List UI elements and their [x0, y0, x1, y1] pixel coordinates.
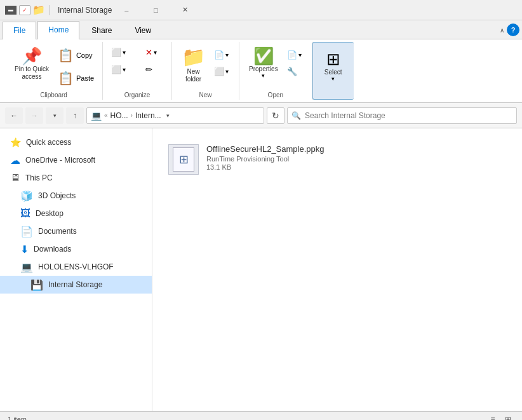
ribbon-content: 📌 Pin to Quick access 📋 Copy 📋 Paste Cli…: [0, 39, 522, 103]
file-pane: ⊞ OfflineSecureHL2_Sample.ppkg RunTime P…: [152, 128, 522, 411]
delete-icon: ✕: [145, 48, 152, 57]
back-button[interactable]: ←: [5, 107, 23, 124]
pin-icon: 📌: [22, 48, 42, 64]
close-button[interactable]: ✕: [170, 0, 199, 20]
internal-storage-icon: 💾: [30, 279, 43, 291]
ribbon-collapse-icon[interactable]: ∧: [500, 27, 504, 34]
help-button[interactable]: ?: [507, 24, 519, 36]
properties-button[interactable]: ✅ Properties ▾: [244, 44, 283, 82]
history-icon: 🔧: [287, 67, 297, 76]
nav-item-documents[interactable]: 📄 Documents: [0, 222, 152, 240]
delete-button[interactable]: ✕ ▾: [142, 44, 166, 60]
ppkg-file-icon: ⊞: [168, 144, 199, 175]
maximize-button[interactable]: □: [141, 0, 170, 20]
downloads-icon: ⬇: [20, 243, 29, 255]
tab-share[interactable]: Share: [81, 22, 123, 39]
select-items: ⊞ Select ▾: [318, 45, 349, 88]
path-dropdown-arrow[interactable]: ▾: [166, 112, 170, 119]
ribbon-tabs: File Home Share View ∧ ?: [0, 20, 522, 39]
nav-item-quick-access[interactable]: ⭐ Quick access: [0, 133, 152, 151]
open-label: Open: [268, 91, 283, 100]
onedrive-label: OneDrive - Microsoft: [25, 156, 95, 165]
nav-pane: ⭐ Quick access ☁ OneDrive - Microsoft 🖥 …: [0, 128, 152, 411]
onedrive-icon: ☁: [10, 154, 20, 166]
select-arrow: ▾: [331, 76, 335, 82]
address-path[interactable]: 💻 « HO... › Intern... ▾: [86, 107, 264, 124]
clipboard-group: 📌 Pin to Quick access 📋 Copy 📋 Paste Cli…: [5, 42, 103, 100]
content-area: ⭐ Quick access ☁ OneDrive - Microsoft 🖥 …: [0, 128, 522, 411]
search-box[interactable]: 🔍: [287, 107, 517, 124]
clipboard-label: Clipboard: [40, 91, 67, 100]
organize-group: ⬜ ▾ ✕ ▾ ⬜ ▾ ✏: [103, 42, 172, 100]
nav-item-downloads[interactable]: ⬇ Downloads: [0, 240, 152, 258]
open-items: ✅ Properties ▾ 📄 ▾ 🔧: [244, 42, 307, 91]
new-item-icon: 📄: [214, 50, 224, 60]
tab-home[interactable]: Home: [37, 21, 79, 39]
file-item[interactable]: ⊞ OfflineSecureHL2_Sample.ppkg RunTime P…: [163, 139, 404, 180]
history-button[interactable]: 🔧: [284, 64, 307, 79]
copy-button[interactable]: 📋 Copy: [55, 44, 97, 66]
path-part-2: Intern...: [135, 111, 161, 120]
paste-button[interactable]: 📋 Paste: [55, 67, 97, 89]
nav-item-hololens[interactable]: 💻 HOLOLENS-VLHGOF: [0, 258, 152, 276]
search-input[interactable]: [305, 111, 512, 120]
app-icon: ▬: [5, 6, 17, 15]
select-icon: ⊞: [326, 51, 340, 67]
nav-item-this-pc[interactable]: 🖥 This PC: [0, 169, 152, 187]
copy-to-button[interactable]: ⬜ ▾: [108, 62, 141, 77]
downloads-label: Downloads: [34, 245, 71, 254]
new-item-button[interactable]: 📄 ▾: [211, 47, 234, 62]
hololens-label: HOLOLENS-VLHGOF: [38, 262, 114, 271]
refresh-button[interactable]: ↻: [267, 107, 284, 124]
paste-label: Paste: [76, 74, 94, 82]
organize-items: ⬜ ▾ ✕ ▾ ⬜ ▾ ✏: [108, 42, 166, 91]
copy-icon: 📋: [58, 48, 74, 63]
select-all-button[interactable]: ⊞ Select ▾: [318, 48, 349, 85]
details-view-button[interactable]: ≡: [486, 414, 499, 421]
properties-icon: ✅: [253, 48, 274, 64]
quick-access-label: Quick access: [26, 138, 71, 147]
rename-icon: ✏: [145, 65, 152, 74]
new-folder-button[interactable]: 📁 New folder: [177, 44, 210, 86]
up-button[interactable]: ↑: [66, 107, 84, 124]
recent-button[interactable]: ▾: [46, 107, 64, 124]
3d-objects-icon: 🧊: [20, 190, 33, 202]
path-part-1: HO...: [110, 111, 128, 120]
tab-view[interactable]: View: [124, 22, 162, 39]
copy-label: Copy: [76, 51, 93, 59]
new-label: New: [199, 91, 212, 100]
forward-button[interactable]: →: [25, 107, 43, 124]
easy-access-button[interactable]: ⬜ ▾: [211, 64, 234, 79]
new-item-arrow: ▾: [225, 51, 229, 58]
tab-file[interactable]: File: [3, 22, 36, 39]
documents-label: Documents: [38, 227, 77, 236]
minimize-button[interactable]: –: [112, 0, 141, 20]
desktop-icon: 🖼: [20, 208, 30, 219]
file-size: 13.1 KB: [206, 163, 325, 171]
nav-item-3d-objects[interactable]: 🧊 3D Objects: [0, 187, 152, 205]
drive-icon: 💻: [91, 111, 102, 121]
easy-access-icon: ⬜: [214, 67, 224, 76]
file-info: OfflineSecureHL2_Sample.ppkg RunTime Pro…: [206, 144, 325, 171]
nav-item-internal-storage[interactable]: 💾 Internal Storage: [0, 276, 152, 294]
nav-item-onedrive[interactable]: ☁ OneDrive - Microsoft: [0, 151, 152, 169]
properties-label: Properties: [249, 65, 278, 72]
open-button[interactable]: 📄 ▾: [284, 47, 307, 62]
rename-button[interactable]: ✏: [142, 62, 166, 77]
move-to-button[interactable]: ⬜ ▾: [108, 44, 141, 60]
internal-storage-label: Internal Storage: [48, 280, 102, 289]
title-bar-icons: ▬ ✓ 📁 Internal Storage: [5, 5, 112, 15]
view-buttons: ≡ ⊞: [486, 414, 514, 421]
properties-arrow: ▾: [262, 72, 265, 79]
check-icon: ✓: [19, 5, 30, 15]
ppkg-icon-symbol: ⊞: [179, 152, 189, 166]
title-bar: ▬ ✓ 📁 Internal Storage – □ ✕: [0, 0, 522, 20]
large-icon-view-button[interactable]: ⊞: [502, 414, 514, 421]
search-icon: 🔍: [291, 111, 301, 120]
move-arrow: ▾: [123, 49, 126, 56]
organize-label: Organize: [124, 91, 151, 100]
nav-item-desktop[interactable]: 🖼 Desktop: [0, 205, 152, 222]
pin-label: Pin to Quick access: [15, 65, 49, 81]
pin-to-quick-access-button[interactable]: 📌 Pin to Quick access: [10, 44, 53, 84]
copy-to-arrow: ▾: [123, 66, 126, 73]
